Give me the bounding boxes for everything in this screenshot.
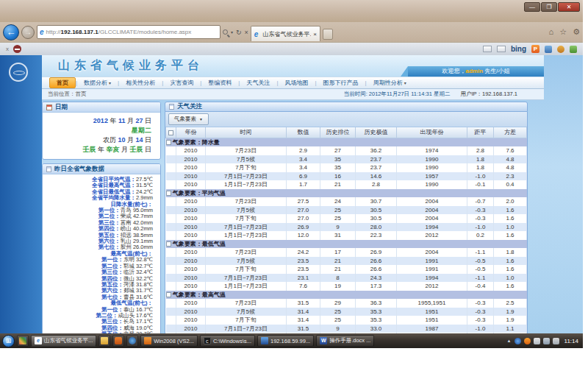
table-row[interactable]: 20107月23日2.92736.219742.87.6 bbox=[166, 146, 527, 155]
table-row[interactable]: 20107月5候3.43523.719901.84.8 bbox=[166, 155, 527, 164]
close-button[interactable]: ✕ bbox=[558, 2, 580, 12]
table-row[interactable]: 20107月下旬31.42535.31951-0.31.9 bbox=[166, 316, 527, 325]
table-cell: 25 bbox=[320, 316, 356, 325]
table-cell: 3.4 bbox=[287, 163, 320, 172]
table-cell: -1.0 bbox=[467, 172, 494, 181]
welcome-suffix: 先生/小姐 bbox=[483, 68, 509, 74]
address-bar[interactable]: e http://192.168.137.1/GLCCLIMATE/module… bbox=[37, 25, 220, 39]
home-icon[interactable]: ⌂ bbox=[549, 27, 554, 37]
taskbar-button-2[interactable]: CC:\Windows\s... bbox=[200, 335, 255, 347]
sogou-logo-icon[interactable] bbox=[13, 45, 21, 53]
card-icon[interactable] bbox=[483, 46, 492, 52]
nav-item-5[interactable]: 天气关注 bbox=[240, 78, 276, 88]
breadcrumb-bar: 当前位置：首页 当前时间: 2012年11月27日 11:14:31 星期二 用… bbox=[42, 89, 544, 100]
table-cell: -1.1 bbox=[467, 248, 494, 257]
group-checkbox[interactable] bbox=[166, 140, 171, 145]
pinyin-input-icon[interactable]: P bbox=[531, 45, 539, 53]
firefox-icon[interactable] bbox=[524, 338, 531, 344]
taskbar-button-4[interactable]: W操作手册.docx ... bbox=[316, 335, 374, 347]
taskbar-clock[interactable]: 11:14 bbox=[562, 338, 578, 344]
group-checkbox[interactable] bbox=[166, 241, 171, 247]
table-cell: 2012 bbox=[397, 231, 467, 240]
mail-icon[interactable] bbox=[497, 46, 506, 52]
table-row[interactable]: 20101月1日~7月23日12.03122.320120.21.6 bbox=[166, 231, 527, 240]
stat-label: 全省平均降水量： bbox=[92, 194, 136, 201]
new-tab-button[interactable] bbox=[323, 29, 333, 40]
group-checkbox[interactable] bbox=[166, 292, 171, 297]
puzzle-icon[interactable] bbox=[570, 46, 577, 53]
table-row[interactable]: 20107月1日~7月23日6.91614.61957-1.02.3 bbox=[166, 172, 527, 181]
table-row[interactable]: 20107月23日24.21726.92004-1.11.8 bbox=[166, 248, 527, 257]
column-header: 年份 bbox=[176, 127, 206, 138]
maximize-button[interactable]: ❐ bbox=[541, 2, 557, 12]
taskbar-button-0[interactable]: e山东省气候业务平... bbox=[31, 335, 96, 347]
table-row[interactable]: 20107月1日~7月23日26.9928.01994-1.01.0 bbox=[166, 223, 527, 232]
group-cell: 气象要素：平均气温 bbox=[166, 189, 527, 198]
bing-logo[interactable]: bing bbox=[511, 45, 526, 53]
main-nav: 首页|数据分析▾|相关性分析|灾害查询|整编资料|天气关注|风场地图|图形下行产… bbox=[42, 77, 544, 89]
table-row[interactable]: 20107月5候31.42535.31951-0.31.9 bbox=[166, 308, 527, 316]
group-row: 气象要素：最高气温 bbox=[166, 291, 527, 300]
back-button[interactable]: ← bbox=[3, 24, 19, 40]
volume-icon[interactable] bbox=[553, 338, 559, 344]
taskbar-button-3[interactable]: 192.168.59.99... bbox=[257, 335, 314, 347]
group-row: 气象要素：降水量 bbox=[166, 138, 527, 146]
nav-item-7[interactable]: 图形下行产品 bbox=[317, 78, 365, 88]
start-button[interactable] bbox=[2, 335, 15, 347]
nav-item-2[interactable]: 相关性分析 bbox=[119, 78, 162, 88]
taskbar-button-1[interactable]: Win2008 (VS2... bbox=[140, 335, 198, 347]
tab-close-icon[interactable]: × bbox=[313, 31, 317, 38]
sidebar: 日期 2012 年 11 月 27 日 星期二 农历 10 月 bbox=[42, 102, 161, 333]
flag-icon[interactable] bbox=[534, 338, 540, 344]
element-filter-button[interactable]: 气象要素 ▼ bbox=[168, 113, 209, 125]
table-cell: 2010 bbox=[176, 299, 206, 308]
network-icon[interactable] bbox=[543, 338, 550, 344]
nav-item-1[interactable]: 数据分析▾ bbox=[77, 78, 118, 88]
app-icon[interactable] bbox=[126, 335, 138, 347]
table-cell: 23.1 bbox=[287, 274, 320, 283]
table-cell: 7月下旬 bbox=[206, 265, 287, 274]
tools-gear-icon[interactable]: ⚙ bbox=[573, 27, 580, 37]
search-dropdown-icon[interactable]: ▾ bbox=[231, 29, 233, 35]
paw-icon[interactable] bbox=[557, 46, 564, 53]
stop-icon[interactable]: × bbox=[245, 29, 248, 36]
explorer-icon[interactable] bbox=[98, 335, 110, 347]
table-row[interactable]: 20107月下旬23.52126.61991-0.51.6 bbox=[166, 265, 527, 274]
nav-item-4[interactable]: 整编资料 bbox=[201, 78, 238, 88]
select-all-checkbox[interactable] bbox=[168, 130, 173, 135]
table-cell: 33.0 bbox=[356, 325, 397, 333]
nav-item-8[interactable]: 周期性分析▾ bbox=[367, 78, 413, 88]
table-row[interactable]: 20101月1日~7月23日1.7212.81990-0.10.4 bbox=[166, 180, 527, 189]
row-spacer-cell bbox=[166, 155, 176, 164]
table-cell: 24 bbox=[320, 197, 356, 206]
camera-icon[interactable] bbox=[545, 46, 552, 53]
media-player-icon[interactable] bbox=[112, 335, 124, 347]
minimize-button[interactable]: — bbox=[524, 2, 540, 12]
table-row[interactable]: 20107月5候23.52126.61991-0.51.6 bbox=[166, 257, 527, 266]
nav-item-0[interactable]: 首页 bbox=[49, 77, 76, 88]
nav-item-3[interactable]: 灾害查询 bbox=[163, 78, 200, 88]
table-row[interactable]: 20107月23日27.52430.72004-0.72.0 bbox=[166, 197, 527, 206]
table-row[interactable]: 20101月1日~7月23日7.61917.32012-0.41.6 bbox=[166, 282, 527, 291]
search-icon[interactable] bbox=[223, 29, 228, 35]
refresh-icon[interactable]: ↻ bbox=[236, 29, 242, 36]
browser-tab[interactable]: e 山东省气候业务平... × bbox=[251, 26, 320, 41]
table-row[interactable]: 20107月下旬27.02530.52004-0.31.6 bbox=[166, 214, 527, 223]
favorites-star-icon[interactable]: ☆ bbox=[559, 27, 567, 37]
pinned-launcher-icon[interactable] bbox=[17, 335, 29, 347]
ie-navigation-bar: ← → e http://192.168.137.1/GLCCLIMATE/mo… bbox=[0, 22, 583, 42]
addon-close-icon[interactable]: x bbox=[6, 46, 9, 52]
table-row[interactable]: 20107月1日~7月23日23.1824.31994-1.11.0 bbox=[166, 274, 527, 283]
gz-month-unit: 月 bbox=[121, 146, 128, 153]
table-row[interactable]: 20107月23日31.52936.31955,1951-0.32.5 bbox=[166, 299, 527, 308]
group-checkbox[interactable] bbox=[166, 191, 171, 196]
table-cell: 25 bbox=[320, 206, 356, 215]
table-row[interactable]: 20107月5候27.02530.52004-0.31.6 bbox=[166, 206, 527, 215]
lunar-prefix: 农历 bbox=[103, 136, 116, 144]
nav-item-6[interactable]: 风场地图 bbox=[278, 78, 315, 88]
input-indicator-icon[interactable] bbox=[514, 338, 521, 344]
table-row[interactable]: 20107月下旬3.43523.719901.84.8 bbox=[166, 163, 527, 172]
tray-expand-icon[interactable]: ▲ bbox=[507, 339, 512, 343]
forward-button[interactable]: → bbox=[21, 26, 35, 39]
table-row[interactable]: 20107月1日~7月23日31.5933.01987-1.01.1 bbox=[166, 325, 527, 333]
